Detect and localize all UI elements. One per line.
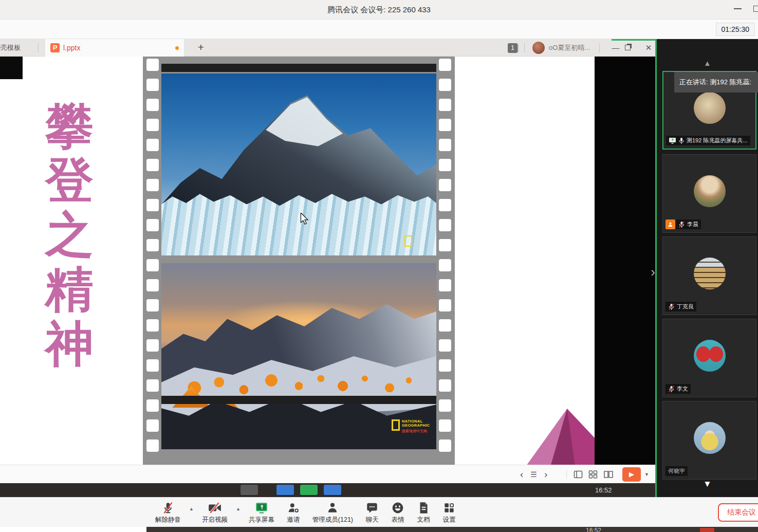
film-frame-edge (161, 64, 436, 72)
mouse-cursor (300, 213, 309, 225)
emoji-smiley-icon (391, 501, 404, 515)
share-border-top (612, 39, 656, 41)
film-sprocket-holes-left (146, 59, 159, 465)
docs-button[interactable]: 文档 (417, 501, 430, 524)
screen: 腾讯会议 会议号: 225 260 433 01:25:30 稻壳模板 P l.… (0, 0, 758, 532)
pyramid-decoration (524, 409, 595, 465)
slideshow-play-button[interactable]: ▶ (622, 467, 641, 482)
meeting-duration: 01:25:30 (716, 23, 755, 36)
avatar (694, 258, 726, 289)
mic-options-caret-icon[interactable]: ▲ (189, 506, 194, 519)
invite-person-icon (287, 501, 300, 515)
local-taskbar-strip: 16:52 (146, 527, 758, 532)
participant-name: 何晓宇 (668, 467, 685, 475)
share-screen-icon (254, 501, 269, 515)
tab-docer-template[interactable]: 稻壳模板 (0, 39, 37, 57)
meeting-title: 腾讯会议 会议号: 225 260 433 (0, 0, 758, 20)
wps-statusbar: ‹ ☰ › ▶ ▼ (0, 465, 656, 483)
photo-base-camp: NATIONAL GEOGRAPHIC 国家地理中文网 (161, 263, 436, 449)
scroll-down-arrow-icon[interactable]: ▼ (657, 479, 758, 489)
mic-muted-icon (161, 501, 175, 515)
host-badge-icon (665, 219, 675, 229)
participant-tile[interactable]: 丁克良 (662, 236, 756, 315)
play-options-caret-icon[interactable]: ▼ (644, 465, 649, 484)
minimize-icon[interactable] (734, 8, 742, 9)
wps-tabbar: 稻壳模板 P l.pptx + 1 oO夏至初晴... — ✕ (0, 39, 656, 57)
wps-close-button[interactable]: ✕ (640, 39, 657, 57)
settings-grid-icon (442, 501, 456, 515)
local-taskbar-clock: 16:52 (586, 527, 601, 532)
slide-canvas[interactable]: 攀登之精神 (0, 57, 656, 465)
taskbar-app-icon (276, 485, 294, 495)
taskbar-red-icon (700, 528, 714, 532)
speaking-banner: 正在讲话: 测192 陈兆蕊: (674, 72, 758, 93)
taskbar-app-icon (300, 485, 318, 495)
slide-nav-group: ‹ ☰ › (520, 465, 547, 484)
wps-user-avatar[interactable] (532, 42, 545, 54)
slide-vertical-title: 攀登之精神 (42, 99, 97, 371)
natgeo-text-2: GEOGRAPHIC (402, 424, 430, 428)
chat-button[interactable]: 聊天 (365, 501, 379, 524)
wps-username[interactable]: oO夏至初晴... (549, 39, 596, 57)
mic-muted-icon (678, 221, 685, 228)
unmute-button[interactable]: 解除静音 (155, 501, 181, 524)
participant-tile[interactable]: 李文 (662, 319, 756, 397)
slide-list-button[interactable]: ☰ (530, 469, 537, 480)
natgeo-text-cn: 国家地理中文网 (402, 429, 430, 434)
next-slide-chevron-icon[interactable]: › (651, 265, 655, 279)
camera-off-icon (208, 501, 222, 515)
chat-bubble-icon (365, 501, 379, 515)
participant-name: 丁克良 (677, 303, 694, 310)
mic-muted-icon (668, 386, 675, 393)
tabbar-divider (599, 43, 600, 52)
video-options-caret-icon[interactable]: ▲ (236, 506, 241, 519)
avatar (694, 175, 726, 207)
wps-restore-button[interactable] (625, 45, 631, 50)
meeting-toolbar: 解除静音 ▲ 开启视频 ▲ 共享屏幕 邀请 管理成员(121) (0, 497, 758, 527)
meeting-titlebar: 腾讯会议 会议号: 225 260 433 (0, 0, 758, 20)
participant-name: 李文 (677, 385, 688, 393)
manage-members-button[interactable]: 管理成员(121) (312, 501, 353, 524)
normal-view-icon[interactable] (574, 470, 583, 479)
slide-sorter-view-icon[interactable] (588, 470, 598, 479)
participant-tile[interactable]: 李晨 (662, 154, 756, 233)
start-video-button[interactable]: 开启视频 (202, 501, 228, 524)
wps-minimize-button[interactable]: — (607, 39, 624, 57)
end-meeting-button[interactable]: 结束会议 (718, 503, 758, 522)
participant-name: 李晨 (687, 221, 698, 228)
glacier-ice (161, 190, 436, 255)
prev-slide-button[interactable]: ‹ (520, 469, 523, 480)
new-tab-button[interactable]: + (192, 39, 210, 57)
mic-on-icon (678, 137, 685, 144)
tab-divider (38, 43, 39, 52)
taskbar-app-icon (241, 485, 258, 495)
natgeo-frame-icon (392, 419, 400, 431)
mic-muted-icon (668, 303, 675, 310)
wps-window: 稻壳模板 P l.pptx + 1 oO夏至初晴... — ✕ 攀登之精神 (0, 39, 656, 483)
natgeo-logo: NATIONAL GEOGRAPHIC 国家地理中文网 (392, 419, 430, 434)
view-mode-group (574, 465, 614, 484)
settings-button[interactable]: 设置 (442, 501, 456, 524)
screen-share-icon (669, 137, 676, 144)
participant-name: 测192 陈兆蕊的屏幕共... (687, 137, 748, 144)
scroll-up-arrow-icon[interactable]: ▲ (657, 59, 758, 67)
doc-count-badge[interactable]: 1 (508, 43, 517, 53)
avatar (694, 340, 726, 372)
taskbar-app-icon (324, 485, 341, 495)
natgeo-frame-icon (404, 235, 412, 247)
tab-pptx[interactable]: P l.pptx (45, 39, 184, 57)
emoji-button[interactable]: 表情 (391, 501, 404, 524)
share-screen-button[interactable]: 共享屏幕 (249, 501, 274, 524)
invite-button[interactable]: 邀请 (287, 501, 300, 524)
document-icon (417, 501, 430, 515)
next-slide-button[interactable]: › (544, 469, 547, 480)
maximize-icon[interactable] (753, 6, 758, 12)
photo-glacier-mountain (161, 74, 436, 255)
reading-view-icon[interactable] (603, 470, 614, 479)
participant-tile[interactable]: 何晓宇 (662, 401, 756, 480)
slide-black-margin: › (595, 57, 656, 465)
tab-pptx-label: l.pptx (63, 44, 175, 52)
shared-taskbar-strip: 16:52 (0, 483, 656, 497)
timer-bar: 01:25:30 (0, 20, 758, 39)
member-person-icon (326, 501, 339, 515)
